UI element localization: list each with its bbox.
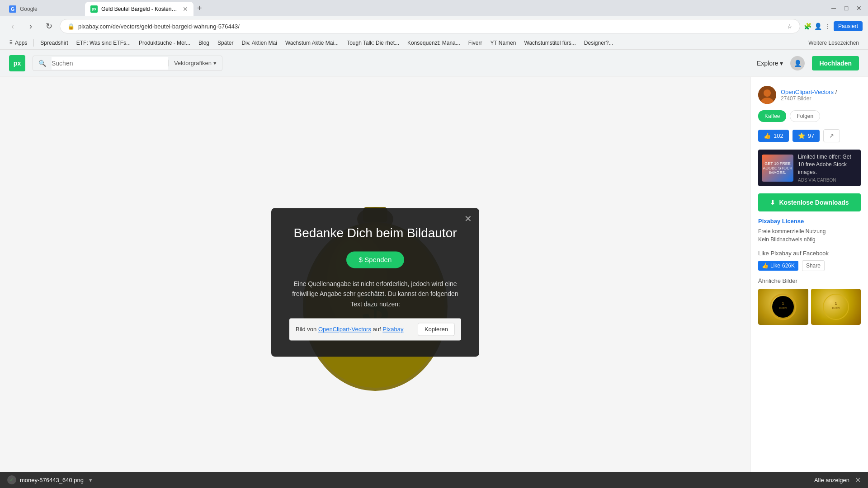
facebook-title: Like Pixabay auf Facebook [758, 250, 861, 257]
bookmark-spaeter[interactable]: Später [214, 39, 237, 47]
license-section: Pixabay License Freie kommerzielle Nutzu… [758, 218, 861, 244]
forward-button[interactable]: › [24, 19, 38, 33]
minimize-button[interactable]: ─ [828, 3, 839, 14]
download-chevron-icon[interactable]: ▾ [89, 477, 92, 483]
apps-icon: ⠿ [9, 40, 13, 46]
bookmark-wachstum[interactable]: Wachstum Aktie Mai... [282, 39, 342, 47]
download-file-item: ✓ money-576443_640.png ▾ [7, 475, 92, 484]
stats-row: 👍 102 ⭐ 97 ↗ [758, 129, 861, 142]
bookmark-wachstumstitel[interactable]: Wachstumstitel fürs... [521, 39, 580, 47]
coin-image-1: 1 EURO [758, 289, 808, 325]
bookmark-yt[interactable]: YT Namen [486, 39, 519, 47]
profile-icon[interactable]: 👤 [814, 23, 822, 30]
star-icon[interactable]: ☆ [787, 23, 793, 30]
bookmark-konsequenz[interactable]: Konsequenzt: Mana... [404, 39, 464, 47]
author-section: OpenClipart-Vectors / 27407 Bilder [758, 86, 861, 104]
tab-bar: G Google px Geld Beutel Bargeld - Kosten… [0, 0, 868, 16]
bookmark-tough[interactable]: Tough Talk: Die rhet... [343, 39, 403, 47]
upload-button[interactable]: Hochladen [812, 56, 859, 70]
bookmarks-apps[interactable]: ⠿ Apps [5, 39, 31, 47]
svg-text:EURO: EURO [832, 307, 840, 310]
citation-site-link[interactable]: Pixabay [382, 326, 403, 333]
explore-button[interactable]: Explore ▾ [757, 60, 783, 67]
svg-text:1: 1 [782, 301, 784, 305]
file-type-icon: ✓ [10, 478, 14, 482]
coin-image-2: 1 EURO [811, 289, 861, 325]
address-text: pixabay.com/de/vectors/geld-beutel-barge… [78, 23, 783, 30]
apps-label: Apps [15, 40, 27, 46]
tab-close-pixabay[interactable]: ✕ [183, 5, 188, 13]
license-title[interactable]: Pixabay License [758, 218, 861, 225]
search-icon: 🔍 [33, 56, 52, 70]
close-button[interactable]: ✕ [854, 3, 864, 14]
reload-button[interactable]: ↻ [42, 19, 56, 33]
copy-button[interactable]: Kopieren [418, 323, 455, 336]
similar-item-2[interactable]: 1 EURO [811, 289, 861, 325]
license-line1: Freie kommerzielle Nutzung [758, 227, 861, 235]
bookmark-blog[interactable]: Blog [195, 39, 213, 47]
chevron-down-icon: ▾ [213, 60, 217, 66]
bookmark-spreadshirt[interactable]: Spreadshirt [37, 39, 71, 47]
extensions-icon[interactable]: 🧩 [804, 23, 811, 30]
author-actions: Kaffee Folgen [758, 110, 861, 122]
pause-button[interactable]: Pausiert [834, 21, 863, 31]
donate-button[interactable]: $ Spenden [346, 251, 405, 268]
citation-text: Bild von OpenClipart-Vectors auf Pixabay [296, 326, 412, 333]
bookmark-separator [33, 39, 34, 47]
author-name-link[interactable]: OpenClipart-Vectors [781, 89, 834, 95]
facebook-like-button[interactable]: 👍 Like 626K [758, 261, 798, 271]
search-input[interactable] [52, 57, 168, 70]
tab-google[interactable]: G Google [4, 2, 85, 16]
more-icon[interactable]: ⋮ [825, 23, 831, 30]
similar-title: Ähnliche Bilder [758, 277, 861, 284]
star-icon: ⭐ [798, 132, 805, 139]
window-controls: ─ □ ✕ [828, 3, 864, 14]
modal-citation-box: Bild von OpenClipart-Vectors auf Pixabay… [289, 319, 461, 341]
browser-window: G Google px Geld Beutel Bargeld - Kosten… [0, 0, 868, 488]
pixabay-logo[interactable]: px [9, 55, 25, 71]
similar-item-1[interactable]: 1 EURO [758, 289, 808, 325]
share-icon: ↗ [829, 132, 834, 139]
bookmark-produktsuche[interactable]: Produktsuche - Mer... [135, 39, 194, 47]
tab-favicon-pixabay: px [90, 5, 98, 13]
back-button[interactable]: ‹ [5, 19, 20, 33]
like-count: 102 [774, 132, 783, 139]
user-avatar[interactable]: 👤 [790, 56, 805, 70]
facebook-section: Like Pixabay auf Facebook 👍 Like 626K Sh… [758, 250, 861, 271]
facebook-share-button[interactable]: Share [802, 260, 825, 271]
like-button[interactable]: 👍 102 [758, 130, 789, 142]
ad-box: GET 10 FREE ADOBE STOCK IMAGES. Limited … [758, 150, 861, 186]
download-button[interactable]: ⬇ Kostenlose Downloads [758, 193, 861, 211]
citation-author-link[interactable]: OpenClipart-Vectors [318, 326, 371, 333]
share-button[interactable]: ↗ [823, 129, 840, 142]
modal-dialog: ✕ Bedanke Dich beim Bildautor $ Spenden … [271, 208, 479, 357]
tab-label-pixabay: Geld Beutel Bargeld - Kostenlos... [101, 6, 177, 12]
citation-middle: auf [373, 326, 383, 333]
address-bar[interactable]: 🔒 pixabay.com/de/vectors/geld-beutel-bar… [60, 19, 800, 33]
fb-thumb-icon: 👍 [762, 263, 769, 269]
modal-close-button[interactable]: ✕ [464, 213, 472, 224]
maximize-button[interactable]: □ [841, 3, 852, 14]
pixabay-header: px 🔍 Vektorgrafiken ▾ Explore ▾ 👤 Hochla… [0, 50, 868, 77]
bookmark-aktien[interactable]: Div. Aktien Mai [238, 39, 280, 47]
folgen-button[interactable]: Folgen [790, 110, 820, 122]
tab-favicon-google: G [9, 5, 16, 13]
page-layout: $ ✕ Bedanke Dich beim Bildautor $ Spende… [0, 77, 868, 488]
tab-pixabay[interactable]: px Geld Beutel Bargeld - Kostenlos... ✕ [85, 2, 193, 16]
star-button[interactable]: ⭐ 97 [793, 130, 820, 142]
kaffee-button[interactable]: Kaffee [758, 110, 786, 122]
new-tab-button[interactable]: + [193, 2, 206, 15]
bookmark-etf[interactable]: ETF: Was sind ETFs... [73, 39, 134, 47]
download-bar: ✓ money-576443_640.png ▾ Alle anzeigen ✕ [0, 472, 868, 488]
ad-banner[interactable]: GET 10 FREE ADOBE STOCK IMAGES. Limited … [758, 150, 861, 186]
bookmark-designer[interactable]: Designer?... [580, 39, 617, 47]
bookmark-fiverr[interactable]: Fiverr [465, 39, 486, 47]
show-all-button[interactable]: Alle anzeigen [814, 477, 849, 483]
ad-content: Limited time offer: Get 10 free Adobe St… [798, 153, 857, 183]
sidebar: OpenClipart-Vectors / 27407 Bilder Kaffe… [750, 77, 868, 488]
download-icon: ⬇ [770, 199, 775, 206]
download-bar-close[interactable]: ✕ [855, 476, 861, 484]
modal-title: Bedanke Dich beim Bildautor [289, 226, 461, 240]
bookmarks-more-button[interactable]: Weitere Lesezeichen [805, 39, 863, 47]
search-type-dropdown[interactable]: Vektorgrafiken ▾ [168, 60, 222, 66]
